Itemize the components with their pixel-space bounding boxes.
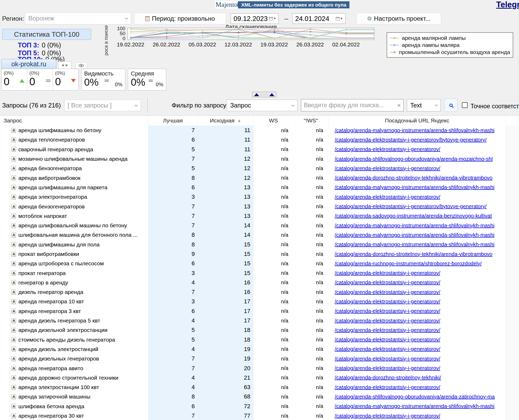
column-header-query[interactable]: Запрос [0,116,148,126]
query-page-icon[interactable]: A [12,309,16,314]
table-row[interactable]: Aаренда дизельной электростанции518n/an/… [0,325,519,335]
query-group-select[interactable]: [ Все запросы ] [64,100,141,111]
query-page-icon[interactable]: A [12,223,16,228]
table-row[interactable]: Aшлифовка бетона аренда672n/an/a/catalog… [0,402,519,411]
table-row[interactable]: Aшлифовальная машина для бетонного пола … [0,230,519,240]
search-mode-select[interactable]: Text [407,99,441,111]
query-page-icon[interactable]: A [12,356,16,361]
query-page-icon[interactable]: A [12,280,16,285]
landing-url-link[interactable]: /catalog/arenda-dorozhno-stroitelnoy-tek… [335,175,492,181]
datepicker-icon[interactable] [336,17,343,20]
table-row[interactable]: Aгенератор в аренду416n/an/a/catalog/are… [0,278,519,287]
project-tab[interactable]: ok-prokat.ru [1,59,56,69]
table-row[interactable]: Aаренда генератора авито720n/an/a/catalo… [0,363,519,373]
column-header-ws[interactable]: WS [253,116,294,126]
table-row[interactable]: Aаренда электрогенератора313n/an/a/catal… [0,192,519,202]
landing-url-link[interactable]: /catalog/arenda-elektrostantsiy-i-genera… [335,194,440,200]
column-header-best[interactable]: Лучшая [148,116,198,126]
table-row[interactable]: Aаренда шлифовальной машины по бетону714… [0,221,519,230]
table-row[interactable]: Aаренда бензогенераторов713n/an/a/catalo… [0,202,519,211]
landing-url-link[interactable]: /catalog/arenda-elektrostantsiy-i-genera… [335,384,440,390]
telegram-link[interactable]: Telegr [496,0,519,9]
table-row[interactable]: Aаренда дизельных генераторов719n/an/a/c… [0,354,519,363]
landing-url-link[interactable]: /catalog/arenda-elektrostantsiy-i-genera… [335,270,440,276]
table-row[interactable]: Aаренда затирочной машины868n/an/a/catal… [0,392,519,401]
filter-field-select[interactable]: Запрос [227,100,298,111]
xml-limits-badge[interactable]: XML-лимиты без задержек из общего пула [238,1,349,8]
query-page-icon[interactable]: A [12,328,16,333]
column-header-url[interactable]: Посадочный URL Яндекс [328,116,506,126]
search-button[interactable] [444,99,457,112]
query-page-icon[interactable]: A [12,213,16,218]
collapse-panel-control[interactable] [252,92,276,97]
top100-stats-button[interactable]: Статистика ТОП-100 [2,29,91,40]
query-page-icon[interactable]: A [12,242,16,247]
landing-url-link[interactable]: /catalog/arenda-elektrostantsiy-i-genera… [335,299,440,305]
query-page-icon[interactable]: A [12,299,16,304]
clear-icon[interactable]: × [397,102,401,109]
landing-url-link[interactable]: /catalog/arenda-elektrostantsiy-i-genera… [335,203,486,209]
column-header-initial[interactable]: Исходная▲ [198,116,253,126]
table-row[interactable]: Aаренда бензогенератора512n/an/a/catalog… [0,164,519,173]
query-page-icon[interactable]: A [12,318,16,323]
table-row[interactable]: Aаренда дизель электростанций419n/an/a/c… [0,344,519,354]
query-page-icon[interactable]: A [12,404,16,409]
landing-url-link[interactable]: /catalog/arenda-malyarnogo-instrumenta/a… [335,127,494,133]
table-row[interactable]: Aаренда дорожно строительной техники421n… [0,373,519,383]
query-page-icon[interactable]: A [12,347,16,352]
period-button[interactable]: Период: произвольно [134,13,226,24]
table-row[interactable]: Aмотоблок напрокат713n/an/a/catalog/aren… [0,211,519,221]
query-page-icon[interactable]: A [12,185,16,190]
query-page-icon[interactable]: A [12,233,16,238]
visibility-toggle-button[interactable] [75,62,87,69]
landing-url-link[interactable]: /catalog/arenda-elektrostantsiy-i-genera… [335,165,440,171]
query-page-icon[interactable]: A [12,385,16,390]
table-row[interactable]: Aсварочный генератор аренда511n/an/a/cat… [0,145,519,154]
query-page-icon[interactable]: A [12,271,16,276]
table-row[interactable]: Aаренда штробореза с пылесосом615n/an/a/… [0,259,519,268]
landing-url-link[interactable]: /catalog/arenda-elektrostantsiy-i-genera… [335,327,440,333]
tab-close-buttons[interactable]: × × [58,61,71,69]
exact-match-checkbox[interactable] [462,102,468,108]
query-page-icon[interactable]: A [12,166,16,171]
landing-url-link[interactable]: /catalog/arenda-elektrostantsiy-i-genera… [335,308,440,314]
landing-url-link[interactable]: /catalog/arenda-elektrostantsiy-i-genera… [335,318,440,324]
query-page-icon[interactable]: A [12,337,16,342]
table-row[interactable]: Aаренда генератора 30 квт777n/an/a/catal… [0,411,519,420]
query-page-icon[interactable]: A [12,261,16,266]
date-from-input[interactable]: 09.12.2023 [231,13,279,24]
table-row[interactable]: Aаренда генератора 3 квт617n/an/a/catalo… [0,306,519,316]
query-page-icon[interactable]: A [12,204,16,209]
table-row[interactable]: Aпрокат генератора315n/an/a/catalog/aren… [0,268,519,278]
chart-plot[interactable] [127,28,374,40]
landing-url-link[interactable]: /catalog/arenda-shlifovalnogo-oborudovan… [335,394,495,400]
table-row[interactable]: Aмозаично шлифовальные машины аренда712n… [0,154,519,164]
landing-url-link[interactable]: /catalog/arenda-elektrostantsiy-i-genera… [335,365,440,371]
landing-url-link[interactable]: /catalog/arenda-malyarnogo-instrumenta/a… [335,241,494,247]
table-row[interactable]: Aаренда шлифмашины для пола815n/an/a/cat… [0,240,519,249]
query-page-icon[interactable]: A [12,413,16,418]
table-row[interactable]: Aаренда вибротрамбовок812n/an/a/catalog/… [0,173,519,182]
query-page-icon[interactable]: A [12,175,16,180]
landing-url-link[interactable]: /catalog/arenda-dorozhno-stroitelnoy-tek… [335,375,441,381]
landing-url-link[interactable]: /catalog/arenda-elektrostantsiy-i-genera… [335,137,486,143]
landing-url-link[interactable]: /catalog/arenda-malyarnogo-instrumenta/a… [335,184,494,190]
query-page-icon[interactable]: A [12,195,16,200]
date-to-input[interactable]: 24.01.2024 [292,13,345,24]
landing-url-link[interactable]: /catalog/arenda-elektrostantsiy-i-genera… [335,289,440,295]
landing-url-link[interactable]: /catalog/arenda-elektrostantsiy-i-genera… [335,413,440,419]
column-header-nws[interactable]: "!WS" [294,116,328,126]
query-page-icon[interactable]: A [12,157,16,161]
search-input[interactable]: Введите фразу для поиска... × [301,99,404,111]
table-row[interactable]: Aстоимость аренды дизель генератора518n/… [0,335,519,344]
landing-url-link[interactable]: /catalog/arenda-ruchnogo-instrumenta/sht… [335,261,482,267]
landing-url-link[interactable]: /catalog/arenda-malyarnogo-instrumenta/a… [335,223,494,229]
landing-url-link[interactable]: /catalog/arenda-elektrostantsiy-i-genera… [335,337,440,343]
query-page-icon[interactable]: A [12,290,16,295]
landing-url-link[interactable]: /catalog/arenda-malyarnogo-instrumenta/a… [335,232,494,238]
landing-url-link[interactable]: /catalog/arenda-malyarnogo-instrumenta/a… [335,403,494,409]
landing-url-link[interactable]: /catalog/arenda-elektrostantsiy-i-genera… [335,346,440,352]
query-page-icon[interactable]: A [12,375,16,380]
table-row[interactable]: Aаренда шлифмашины для паркета613n/an/a/… [0,183,519,192]
landing-url-link[interactable]: /catalog/arenda-shlifovalnogo-oborudovan… [335,156,493,162]
